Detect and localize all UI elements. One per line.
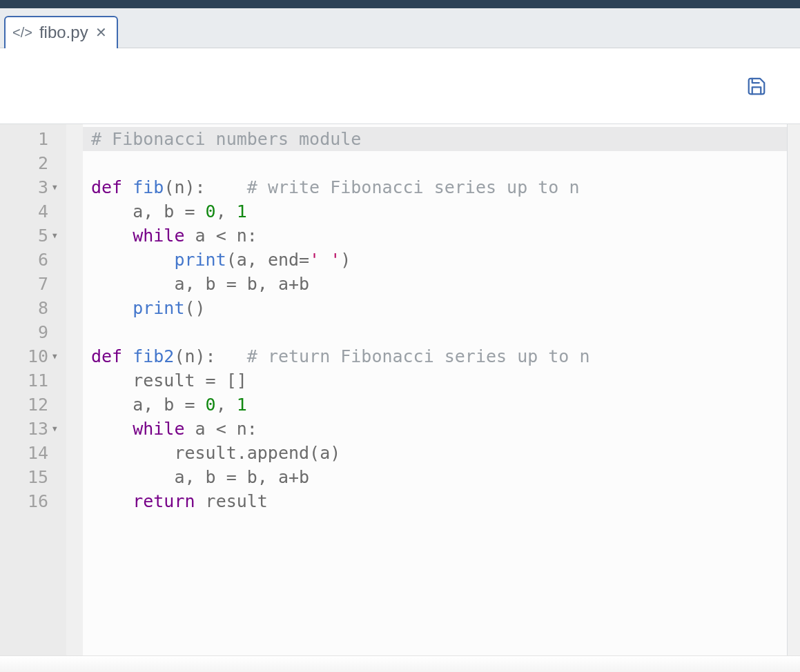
code-line[interactable]: a, b = 0, 1 bbox=[91, 199, 787, 224]
editor-bottom-border bbox=[0, 655, 800, 672]
line-number: 8▼ bbox=[0, 296, 66, 320]
fold-gutter bbox=[66, 124, 83, 655]
line-number: 11▼ bbox=[0, 368, 66, 393]
code-line[interactable] bbox=[91, 320, 787, 344]
line-number: 1▼ bbox=[0, 127, 66, 151]
fold-toggle-icon[interactable]: ▼ bbox=[52, 424, 62, 433]
code-line[interactable]: def fib(n): # write Fibonacci series up … bbox=[91, 175, 787, 199]
code-line[interactable]: print() bbox=[91, 296, 787, 320]
line-number: 12▼ bbox=[0, 393, 66, 417]
line-number-gutter: 1▼2▼3▼4▼5▼6▼7▼8▼9▼10▼11▼12▼13▼14▼15▼16▼ bbox=[0, 124, 66, 655]
code-line[interactable] bbox=[91, 151, 787, 175]
line-number: 16▼ bbox=[0, 489, 66, 513]
tab-row: </> fibo.py ✕ bbox=[0, 8, 800, 48]
code-area[interactable]: # Fibonacci numbers moduledef fib(n): # … bbox=[83, 124, 787, 655]
line-number: 10▼ bbox=[0, 344, 66, 368]
line-number: 6▼ bbox=[0, 248, 66, 272]
line-number: 13▼ bbox=[0, 417, 66, 441]
code-line[interactable]: # Fibonacci numbers module bbox=[83, 127, 787, 151]
line-number: 7▼ bbox=[0, 272, 66, 296]
window-titlebar bbox=[0, 0, 800, 8]
code-line[interactable]: result.append(a) bbox=[91, 441, 787, 465]
line-number: 5▼ bbox=[0, 224, 66, 248]
code-line[interactable]: a, b = b, a+b bbox=[91, 272, 787, 296]
line-number: 9▼ bbox=[0, 320, 66, 344]
code-line[interactable]: print(a, end=' ') bbox=[91, 248, 787, 272]
code-editor[interactable]: 1▼2▼3▼4▼5▼6▼7▼8▼9▼10▼11▼12▼13▼14▼15▼16▼ … bbox=[0, 124, 800, 655]
vertical-scrollbar[interactable] bbox=[787, 124, 800, 655]
line-number: 3▼ bbox=[0, 175, 66, 199]
code-line[interactable]: while a < n: bbox=[91, 417, 787, 441]
code-line[interactable]: while a < n: bbox=[91, 224, 787, 248]
line-number: 2▼ bbox=[0, 151, 66, 175]
fold-toggle-icon[interactable]: ▼ bbox=[52, 352, 62, 361]
code-line[interactable]: def fib2(n): # return Fibonacci series u… bbox=[91, 344, 787, 368]
tab-filename: fibo.py bbox=[39, 23, 88, 42]
code-line[interactable]: result = [] bbox=[91, 368, 787, 393]
line-number: 14▼ bbox=[0, 441, 66, 465]
code-line[interactable]: a, b = b, a+b bbox=[91, 465, 787, 489]
fold-toggle-icon[interactable]: ▼ bbox=[52, 183, 62, 192]
code-line[interactable]: return result bbox=[91, 489, 787, 513]
code-line[interactable]: a, b = 0, 1 bbox=[91, 393, 787, 417]
editor-toolbar bbox=[0, 48, 800, 124]
fold-toggle-icon[interactable]: ▼ bbox=[52, 231, 62, 240]
close-icon[interactable]: ✕ bbox=[95, 26, 107, 39]
line-number: 4▼ bbox=[0, 199, 66, 224]
code-file-icon: </> bbox=[12, 26, 32, 39]
tab-fibo-py[interactable]: </> fibo.py ✕ bbox=[4, 16, 118, 48]
save-button[interactable] bbox=[743, 72, 770, 100]
save-icon bbox=[746, 76, 767, 97]
line-number: 15▼ bbox=[0, 465, 66, 489]
